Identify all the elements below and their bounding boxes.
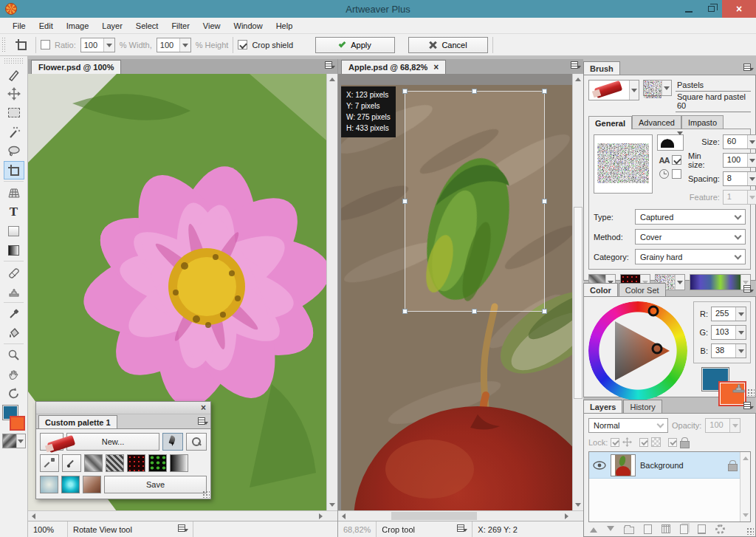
tab-advanced[interactable]: Advanced (632, 115, 681, 129)
crop-handle[interactable] (472, 89, 477, 94)
palette-pen-button[interactable] (162, 433, 183, 451)
lock-all-checkbox[interactable] (668, 438, 677, 447)
size-spinner[interactable]: 60 (723, 134, 756, 149)
save-button[interactable]: Save (104, 476, 207, 493)
toolbox-texture-dropdown[interactable] (2, 434, 26, 448)
flower-vscrollbar[interactable] (326, 74, 337, 510)
apple-zoom-level[interactable]: 68,82% (338, 521, 377, 537)
palette-resize-grip[interactable] (202, 490, 210, 498)
panel-menu-icon[interactable] (743, 402, 754, 411)
palette-texture-gray[interactable] (84, 454, 103, 472)
b-spinner[interactable]: 38 (711, 343, 746, 358)
hue-marker[interactable] (649, 307, 658, 315)
crop-shield-checkbox[interactable] (238, 40, 247, 49)
palette-gradient-bw[interactable] (170, 454, 188, 472)
scroll-right-icon[interactable] (562, 511, 572, 521)
tab-history[interactable]: History (623, 400, 662, 413)
move-layer-up-icon[interactable] (590, 524, 597, 533)
palette-pattern-red[interactable] (127, 454, 145, 472)
r-spinner[interactable]: 255 (711, 307, 746, 321)
palette-gradient-brown[interactable] (83, 476, 101, 493)
layer-row-background[interactable]: Background (589, 452, 740, 479)
palette-zoom-button[interactable] (186, 433, 207, 451)
flower-doc-tab[interactable]: Flower.psd @ 100% (31, 60, 121, 74)
dropdown-arrow-icon[interactable] (735, 307, 746, 321)
tool-gradient[interactable] (4, 241, 24, 259)
apple-canvas[interactable]: X: 123 pixels Y: 7 pixels W: 275 pixels … (338, 74, 572, 510)
new-button[interactable]: New... (66, 433, 159, 451)
g-spinner[interactable]: 103 (711, 325, 746, 340)
menu-view[interactable]: View (196, 18, 227, 34)
palette-gradient-cyan[interactable] (61, 476, 80, 493)
timer-checkbox[interactable] (672, 169, 681, 179)
method-select[interactable]: Cover (635, 229, 746, 244)
menu-image[interactable]: Image (60, 18, 96, 34)
tab-color[interactable]: Color (583, 283, 618, 296)
tool-mesh-warp[interactable] (4, 183, 24, 202)
scroll-up-icon[interactable] (327, 74, 337, 84)
tool-crop[interactable] (4, 161, 24, 179)
type-select[interactable]: Captured (635, 209, 746, 225)
minimize-button[interactable] (678, 0, 700, 18)
layer-name[interactable]: Background (640, 461, 724, 470)
tab-general[interactable]: General (588, 116, 632, 129)
tool-fill[interactable] (4, 324, 24, 342)
brush-variant-name[interactable]: Square hard pastel 60 (676, 92, 751, 112)
brush-texture-dropdown[interactable] (643, 80, 672, 96)
hscroll-thumb[interactable] (391, 512, 477, 520)
move-layer-down-icon[interactable] (607, 526, 614, 535)
dropdown-arrow-icon[interactable] (662, 81, 671, 95)
category-select[interactable]: Grainy hard (635, 249, 746, 264)
close-button[interactable]: × (722, 0, 756, 18)
delete-layer-icon[interactable] (662, 524, 670, 533)
palette-eyedropper-button[interactable] (40, 454, 59, 472)
layer-thumbnail[interactable] (611, 454, 636, 476)
ratio-checkbox[interactable] (41, 40, 50, 49)
panel-menu-icon[interactable] (198, 417, 208, 427)
tab-brush[interactable]: Brush (583, 61, 620, 75)
scroll-left-icon[interactable] (338, 511, 348, 521)
layer-settings-gear-icon[interactable] (715, 524, 725, 534)
palette-paintbrush-button[interactable] (62, 454, 81, 472)
tab-color-set[interactable]: Color Set (619, 283, 666, 296)
spacing-spinner[interactable]: 8 (723, 171, 756, 186)
panel-menu-icon[interactable] (743, 285, 754, 295)
panel-menu-icon[interactable] (178, 524, 188, 534)
stamp-icon[interactable] (732, 380, 746, 394)
crop-handle[interactable] (542, 199, 547, 204)
tool-lasso[interactable] (4, 142, 24, 160)
new-group-icon[interactable] (624, 527, 634, 534)
tool-hand[interactable] (4, 365, 24, 383)
menu-layer[interactable]: Layer (95, 18, 129, 34)
palette-titlebar[interactable]: × (36, 402, 210, 414)
duplicate-layer-icon[interactable] (680, 524, 688, 534)
brush-variant-dropdown[interactable] (588, 80, 639, 100)
scroll-left-icon[interactable] (28, 511, 38, 521)
palette-gradient-blue[interactable] (40, 476, 58, 493)
palette-texture-weave[interactable] (106, 454, 124, 472)
panel-resize-grip[interactable] (747, 389, 755, 396)
antialias-checkbox[interactable] (672, 155, 681, 165)
restore-button[interactable] (700, 0, 722, 18)
menu-edit[interactable]: Edit (32, 18, 60, 34)
scroll-right-icon[interactable] (316, 511, 326, 521)
ratio-width-combo[interactable]: 100 (80, 38, 115, 52)
brush-category-name[interactable]: Pastels (676, 80, 751, 92)
tool-magic-wand[interactable] (4, 123, 24, 141)
tool-shape[interactable] (4, 222, 24, 240)
dropdown-arrow-icon[interactable] (747, 154, 756, 167)
color-wheel[interactable] (588, 301, 687, 400)
crop-handle[interactable] (402, 309, 408, 314)
menu-help[interactable]: Help (269, 18, 300, 34)
merge-down-icon[interactable] (698, 524, 706, 534)
palette-tab[interactable]: Custom palette 1 (38, 415, 117, 428)
layer-list-scrollbar[interactable] (740, 452, 750, 521)
apple-doc-tab[interactable]: Apple.psd @ 68,82% × (341, 60, 446, 74)
panel-menu-icon[interactable] (457, 524, 467, 534)
options-grip[interactable] (1, 37, 6, 53)
apple-vscrollbar[interactable] (572, 74, 583, 510)
palette-brush-button[interactable] (40, 433, 63, 451)
scroll-up-icon[interactable] (740, 454, 750, 462)
blend-mode-select[interactable]: Normal (588, 418, 668, 433)
panel-resize-grip[interactable] (746, 527, 754, 535)
